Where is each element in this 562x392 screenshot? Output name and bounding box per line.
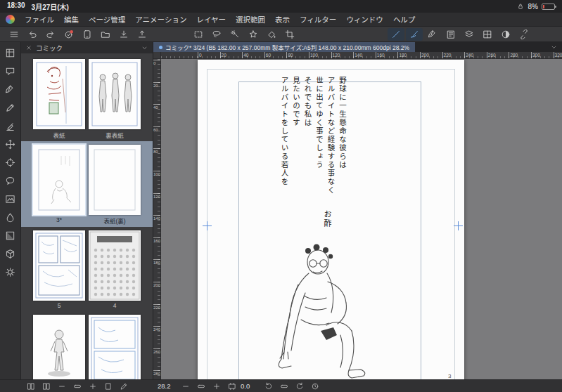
- page-thumbnail-5[interactable]: [33, 230, 85, 301]
- page-spread-4: [21, 311, 153, 379]
- export-icon[interactable]: [134, 28, 151, 41]
- canvas[interactable]: 野球に一生懸命な彼らは アルバイトなど経験する事なく 世に出てゆく事でしょう そ…: [161, 59, 562, 379]
- ruler-top-tick: 0: [198, 52, 202, 58]
- redo-icon[interactable]: [42, 28, 59, 41]
- menu-item-選択範囲[interactable]: 選択範囲: [231, 13, 270, 26]
- battery-percent: 8%: [528, 3, 538, 11]
- drop-icon[interactable]: [2, 209, 19, 226]
- cube-icon[interactable]: [2, 245, 19, 263]
- page-thumbnail-表紙(裏)[interactable]: [89, 145, 141, 215]
- folder-icon[interactable]: [97, 28, 114, 41]
- menu-item-フィルター[interactable]: フィルター: [295, 13, 341, 26]
- plus-icon[interactable]: [86, 381, 100, 392]
- toolbar: [0, 27, 562, 42]
- ruler-left-tick: 280: [153, 370, 161, 377]
- page-thumbnail-4[interactable]: [89, 230, 141, 301]
- slider-icon[interactable]: [277, 381, 291, 392]
- ruler-left-tick: 120: [153, 193, 161, 200]
- frame-icon[interactable]: [2, 190, 19, 208]
- rotate-ccw-icon[interactable]: [262, 381, 276, 392]
- tablet-icon[interactable]: [79, 28, 96, 41]
- document-tab-bar: コミック* 3/24 (B5 182.00 x 257.00mm 製本サイズ:A…: [153, 42, 562, 52]
- clip-studio-logo-icon[interactable]: [6, 15, 15, 24]
- page-thumbnail-3*[interactable]: [33, 145, 85, 215]
- pen-icon[interactable]: [424, 28, 441, 41]
- ruler-top-tick: 300: [531, 52, 540, 58]
- balloon-icon[interactable]: [2, 172, 19, 190]
- menu-item-表示[interactable]: 表示: [270, 13, 295, 26]
- bucket-icon[interactable]: [263, 28, 280, 41]
- lasso-icon[interactable]: [208, 28, 225, 41]
- panel-icon[interactable]: [2, 44, 19, 62]
- wand-icon[interactable]: [226, 28, 243, 41]
- orientation-lock-icon: [516, 2, 525, 11]
- page-spread-2: 3*表紙(裏): [21, 141, 153, 227]
- sync-icon[interactable]: [60, 28, 77, 41]
- page-label: 4: [89, 302, 141, 309]
- slider-icon[interactable]: [194, 381, 208, 392]
- menu-item-ヘルプ[interactable]: ヘルプ: [388, 13, 421, 26]
- ruler-top-tick: 80: [286, 52, 293, 58]
- star-icon[interactable]: [245, 28, 262, 41]
- ruler-left-tick: 180: [153, 259, 161, 266]
- menu-item-アニメーション[interactable]: アニメーション: [130, 13, 191, 26]
- ruler-left: 020406080100120140160180200220240260280: [153, 59, 161, 379]
- close-panel-icon[interactable]: [25, 44, 32, 51]
- page-icon[interactable]: [101, 381, 115, 392]
- marker-icon[interactable]: [2, 117, 19, 135]
- ruler-top-tick: 120: [331, 52, 340, 58]
- tab-list-chevron-icon[interactable]: [550, 44, 558, 51]
- layers-icon[interactable]: [461, 28, 478, 41]
- rotate-cw-icon[interactable]: [293, 381, 307, 392]
- ruler-top-tick: 100: [309, 52, 318, 58]
- unlink-icon[interactable]: [516, 28, 532, 41]
- menu-icon[interactable]: [6, 28, 23, 41]
- fit-icon[interactable]: [225, 381, 239, 392]
- page-thumbnail[interactable]: [33, 315, 85, 379]
- document-tab[interactable]: コミック* 3/24 (B5 182.00 x 257.00mm 製本サイズ:A…: [153, 42, 415, 52]
- grid-icon[interactable]: [479, 28, 496, 41]
- page-thumbnail-表紙[interactable]: [33, 59, 85, 129]
- pen-icon[interactable]: [2, 81, 19, 98]
- ruler-top-tick: 320: [554, 52, 562, 58]
- crop-icon[interactable]: [281, 28, 298, 41]
- ruler-top-tick: 280: [509, 52, 518, 58]
- minus-icon[interactable]: [179, 381, 193, 392]
- brush-icon[interactable]: [406, 28, 423, 41]
- menu-item-ページ管理[interactable]: ページ管理: [84, 13, 130, 26]
- gradient-icon[interactable]: [2, 227, 19, 244]
- thumb-grid-icon[interactable]: [24, 381, 38, 392]
- minus-icon[interactable]: [55, 381, 69, 392]
- import-icon[interactable]: [115, 28, 132, 41]
- bottom-bar: 28.2 0.0: [0, 379, 562, 392]
- pencil-icon[interactable]: [117, 381, 131, 392]
- pencil-icon[interactable]: [2, 99, 19, 117]
- bb-rotate-icons: [262, 381, 322, 392]
- gear-icon[interactable]: [2, 263, 19, 281]
- menu-items: ファイル編集ページ管理アニメーションレイヤー選択範囲表示フィルターウィンドウヘル…: [20, 13, 420, 26]
- thumb-grid-icon[interactable]: [39, 381, 53, 392]
- page-thumbnail[interactable]: [89, 315, 141, 379]
- crosshair-icon[interactable]: [2, 154, 19, 171]
- text-icon[interactable]: [442, 28, 459, 41]
- contrast-icon[interactable]: [497, 28, 514, 41]
- menu-item-ファイル[interactable]: ファイル: [20, 13, 59, 26]
- panel-menu-chevron-icon[interactable]: [141, 44, 148, 52]
- line-icon[interactable]: [388, 28, 404, 41]
- ruler-left-tick: 200: [153, 282, 161, 288]
- ruler-top-tick: 200: [420, 52, 429, 58]
- marquee-icon[interactable]: [190, 28, 207, 41]
- canvas-page[interactable]: 野球に一生懸命な彼らは アルバイトなど経験する事なく 世に出てゆく事でしょう そ…: [198, 60, 464, 379]
- bubble-icon[interactable]: [2, 63, 19, 80]
- plus-icon[interactable]: [210, 381, 224, 392]
- status-bar: 18:30 3月27日(木) 8%: [0, 0, 562, 13]
- reset-icon[interactable]: [308, 381, 322, 392]
- slider-icon[interactable]: [70, 381, 84, 392]
- menu-item-編集[interactable]: 編集: [59, 13, 84, 26]
- menu-item-レイヤー[interactable]: レイヤー: [191, 13, 231, 26]
- page-thumbnail-裏表紙[interactable]: [89, 59, 141, 129]
- menu-item-ウィンドウ[interactable]: ウィンドウ: [341, 13, 388, 26]
- date: 3月27日(木): [32, 1, 69, 12]
- undo-icon[interactable]: [24, 28, 41, 41]
- move-icon[interactable]: [2, 136, 19, 153]
